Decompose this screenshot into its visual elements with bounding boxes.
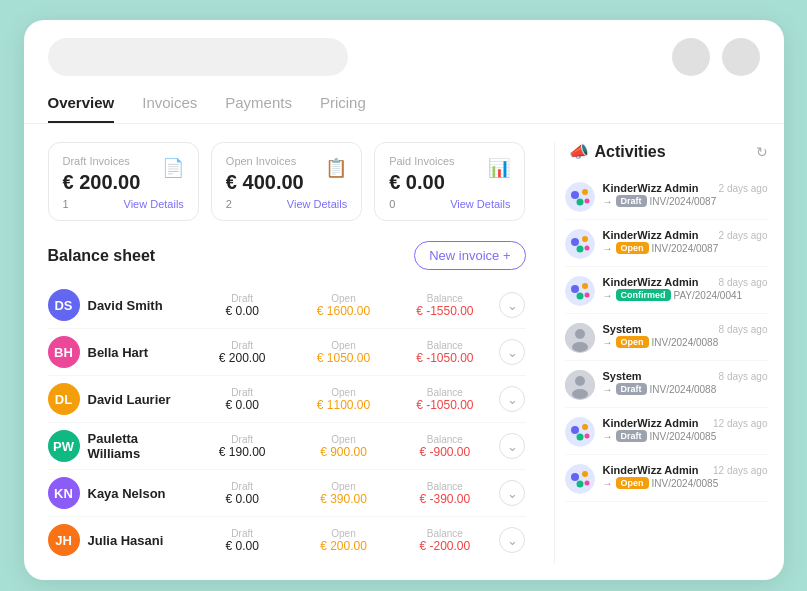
main-card: Overview Invoices Payments Pricing 📄 Dra… (24, 20, 784, 580)
svg-point-11 (571, 285, 579, 293)
expand-button[interactable]: ⌄ (499, 433, 525, 459)
balance-col: Balance € -390.00 (398, 481, 491, 506)
user-avatar-2[interactable] (722, 38, 760, 76)
activity-body: System 8 days ago → Open INV/2024/0088 (603, 323, 768, 348)
contact-avatar: JH (48, 524, 80, 556)
balance-col: Balance € -1550.00 (398, 293, 491, 318)
svg-point-30 (584, 481, 589, 486)
draft-col: Draft € 200.00 (196, 340, 289, 365)
svg-point-9 (584, 246, 589, 251)
activity-invoice: INV/2024/0088 (652, 337, 719, 348)
paid-invoices-card: 📊 Paid Invoices € 0.00 0 View Details (374, 142, 525, 221)
refresh-icon[interactable]: ↻ (756, 144, 768, 160)
tab-overview[interactable]: Overview (48, 94, 115, 123)
activity-header-row: KinderWizz Admin 8 days ago (603, 276, 768, 288)
svg-point-20 (572, 389, 588, 399)
activity-arrow: → (603, 384, 613, 395)
expand-button[interactable]: ⌄ (499, 527, 525, 553)
activity-invoice: INV/2024/0085 (652, 478, 719, 489)
tab-invoices[interactable]: Invoices (142, 94, 197, 123)
balance-value: € -390.00 (419, 492, 470, 506)
open-label: Open (331, 528, 355, 539)
draft-col: Draft € 0.00 (196, 293, 289, 318)
open-col: Open € 1100.00 (297, 387, 390, 412)
activity-time: 2 days ago (719, 183, 768, 194)
activity-item: KinderWizz Admin 2 days ago → Open INV/2… (565, 222, 768, 267)
activity-item: System 8 days ago → Draft INV/2024/0088 (565, 363, 768, 408)
activity-arrow: → (603, 196, 613, 207)
svg-point-28 (582, 471, 588, 477)
svg-point-17 (572, 342, 588, 352)
draft-label: Draft (231, 293, 253, 304)
paid-view-details[interactable]: View Details (450, 198, 510, 210)
expand-button[interactable]: ⌄ (499, 480, 525, 506)
contact-name: David Laurier (88, 392, 188, 407)
tab-pricing[interactable]: Pricing (320, 94, 366, 123)
draft-label: Draft (231, 340, 253, 351)
open-col: Open € 1050.00 (297, 340, 390, 365)
expand-button[interactable]: ⌄ (499, 292, 525, 318)
table-row: DL David Laurier Draft € 0.00 Open € 110… (48, 376, 526, 423)
megaphone-icon: 📣 (569, 142, 589, 161)
open-view-details[interactable]: View Details (287, 198, 347, 210)
activity-detail: → Draft INV/2024/0088 (603, 383, 768, 395)
activity-avatar (565, 464, 595, 494)
draft-col: Draft € 0.00 (196, 387, 289, 412)
open-value: € 1050.00 (317, 351, 370, 365)
svg-point-26 (565, 464, 595, 494)
paid-invoices-footer: 0 View Details (389, 198, 510, 210)
activity-user: KinderWizz Admin (603, 417, 699, 429)
status-badge: Draft (616, 383, 647, 395)
svg-point-8 (576, 246, 583, 253)
top-bar (24, 20, 784, 86)
activity-body: KinderWizz Admin 12 days ago → Open INV/… (603, 464, 768, 489)
activity-arrow: → (603, 431, 613, 442)
activity-body: System 8 days ago → Draft INV/2024/0088 (603, 370, 768, 395)
search-bar[interactable] (48, 38, 348, 76)
svg-point-7 (582, 236, 588, 242)
activity-detail: → Confirmed PAY/2024/0041 (603, 289, 768, 301)
svg-point-19 (575, 376, 585, 386)
contact-avatar: DL (48, 383, 80, 415)
table-row: PW Pauletta Williams Draft € 190.00 Open… (48, 423, 526, 470)
tab-payments[interactable]: Payments (225, 94, 292, 123)
balance-label: Balance (427, 340, 463, 351)
activity-header-row: System 8 days ago (603, 370, 768, 382)
activity-user: System (603, 370, 642, 382)
activity-user: KinderWizz Admin (603, 464, 699, 476)
contact-name: David Smith (88, 298, 188, 313)
open-invoices-footer: 2 View Details (226, 198, 347, 210)
draft-invoices-footer: 1 View Details (63, 198, 184, 210)
activity-user: KinderWizz Admin (603, 276, 699, 288)
draft-view-details[interactable]: View Details (124, 198, 184, 210)
activity-time: 12 days ago (713, 465, 768, 476)
open-col: Open € 1600.00 (297, 293, 390, 318)
svg-point-5 (565, 229, 595, 259)
open-invoices-card: 📋 Open Invoices € 400.00 2 View Details (211, 142, 362, 221)
activity-header-row: System 8 days ago (603, 323, 768, 335)
expand-button[interactable]: ⌄ (499, 339, 525, 365)
new-invoice-button[interactable]: New invoice + (414, 241, 525, 270)
activity-list: KinderWizz Admin 2 days ago → Draft INV/… (555, 175, 768, 502)
svg-point-4 (584, 199, 589, 204)
activity-invoice: INV/2024/0087 (652, 243, 719, 254)
activity-detail: → Draft INV/2024/0087 (603, 195, 768, 207)
activity-item: KinderWizz Admin 8 days ago → Confirmed … (565, 269, 768, 314)
open-label: Open (331, 387, 355, 398)
activities-title: 📣 Activities (569, 142, 666, 161)
contact-avatar: DS (48, 289, 80, 321)
activity-user: System (603, 323, 642, 335)
svg-point-16 (575, 329, 585, 339)
expand-button[interactable]: ⌄ (499, 386, 525, 412)
open-doc-icon: 📋 (325, 157, 347, 179)
activity-invoice: INV/2024/0087 (650, 196, 717, 207)
user-avatar-1[interactable] (672, 38, 710, 76)
draft-value: € 190.00 (219, 445, 266, 459)
activity-avatar (565, 417, 595, 447)
svg-point-25 (584, 434, 589, 439)
balance-label: Balance (427, 434, 463, 445)
activity-time: 8 days ago (719, 371, 768, 382)
activity-time: 8 days ago (719, 324, 768, 335)
status-badge: Confirmed (616, 289, 671, 301)
draft-value: € 0.00 (225, 398, 258, 412)
